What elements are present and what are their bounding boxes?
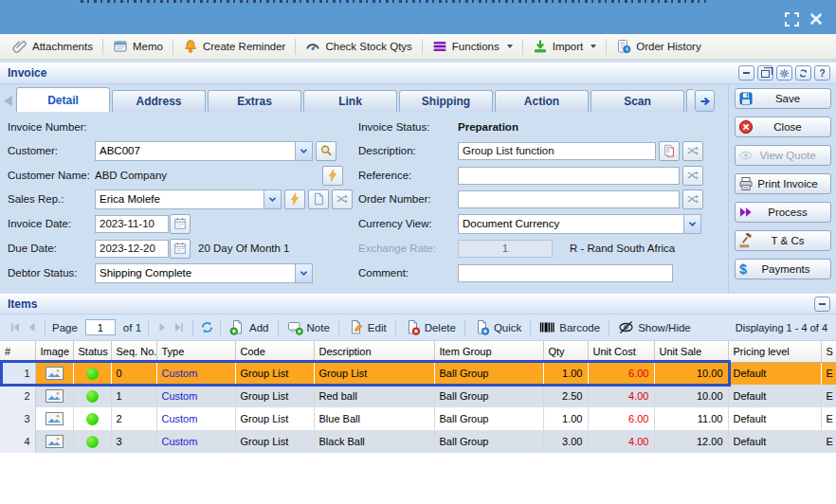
due-date-input[interactable] (95, 240, 169, 258)
cell-image[interactable] (35, 385, 73, 407)
next-page-icon[interactable] (154, 319, 171, 336)
column-header-image[interactable]: Image (35, 341, 73, 362)
reference-input[interactable] (458, 167, 680, 185)
cell-seq_no[interactable]: 0 (111, 362, 156, 385)
help-icon[interactable]: ? (814, 65, 830, 81)
cell-code[interactable]: Group List (235, 407, 314, 430)
print-invoice-button[interactable]: Print Invoice (735, 173, 831, 194)
copy-document-icon[interactable] (659, 141, 680, 161)
items-edit-button[interactable]: Edit (344, 319, 391, 335)
cell-unit_sale[interactable]: 10.00 (654, 362, 728, 385)
items-add-button[interactable]: Add (226, 319, 272, 335)
cell-code[interactable]: Group List (235, 362, 314, 385)
process-button[interactable]: Process (735, 202, 831, 223)
close-button[interactable]: Close (735, 117, 831, 137)
tab-shipping[interactable]: Shipping (399, 90, 493, 112)
debtor-status-input[interactable] (96, 264, 295, 282)
toolbar-button-create-reminder[interactable]: Create Reminder (176, 37, 293, 56)
collapse-icon[interactable] (814, 297, 830, 312)
column-header-num[interactable]: # (0, 341, 35, 362)
column-header-description[interactable]: Description (314, 341, 434, 362)
prev-page-icon[interactable] (23, 319, 40, 336)
t-and-cs-button[interactable]: T & Cs (735, 230, 831, 251)
customer-input[interactable] (96, 142, 295, 160)
column-header-status[interactable]: Status (73, 341, 111, 362)
cell-truncated[interactable]: E (821, 407, 836, 430)
cell-truncated[interactable]: E (821, 430, 836, 453)
refresh-icon[interactable] (795, 65, 811, 81)
last-page-icon[interactable] (171, 319, 188, 336)
cell-truncated[interactable]: E (821, 362, 836, 385)
column-header-unit_sale[interactable]: Unit Sale (654, 341, 728, 362)
cell-pricing_level[interactable]: Default (728, 362, 821, 385)
cell-item_group[interactable]: Ball Group (434, 407, 543, 430)
comment-input[interactable] (458, 264, 673, 282)
calendar-icon[interactable] (170, 214, 191, 234)
tab-action[interactable]: Action (495, 90, 589, 112)
first-page-icon[interactable] (6, 319, 23, 336)
partial-tab[interactable] (686, 89, 694, 112)
description-input[interactable] (458, 142, 656, 160)
tab-link[interactable]: Link (303, 90, 397, 112)
chevron-down-icon[interactable] (264, 190, 281, 208)
cell-pricing_level[interactable]: Default (728, 430, 821, 453)
restore-icon[interactable] (757, 65, 773, 81)
items-note-button[interactable]: Note (283, 319, 334, 335)
gear-icon[interactable] (776, 65, 792, 81)
cell-pricing_level[interactable]: Default (728, 407, 821, 430)
cell-seq_no[interactable]: 2 (111, 407, 156, 430)
description-shuffle-button[interactable] (682, 141, 703, 161)
column-header-pricing_level[interactable]: Pricing level (728, 341, 821, 362)
customer-lightning-button[interactable] (322, 166, 343, 186)
cell-num[interactable]: 3 (0, 407, 35, 430)
column-header-qty[interactable]: Qty (543, 341, 588, 362)
toolbar-button-check-stock-qtys[interactable]: Check Stock Qtys (299, 37, 418, 56)
toolbar-button-attachments[interactable]: Attachments (6, 37, 100, 56)
payments-button[interactable]: $Payments (735, 259, 831, 279)
tab-scroll-left-icon[interactable] (0, 89, 16, 112)
cell-pricing_level[interactable]: Default (728, 385, 821, 407)
currency-view-input[interactable] (459, 215, 683, 233)
items-show-hide-button[interactable]: Show/Hide (614, 319, 695, 335)
cell-truncated[interactable]: E (821, 385, 836, 407)
sales-rep-shuffle-button[interactable] (332, 189, 353, 209)
cell-code[interactable]: Group List (235, 385, 314, 407)
cell-unit_cost[interactable]: 4.00 (588, 430, 654, 453)
cell-status[interactable] (73, 407, 111, 430)
table-row[interactable]: 21CustomGroup ListRed ballBall Group2.50… (0, 385, 836, 407)
cell-unit_cost[interactable]: 6.00 (588, 362, 654, 385)
cell-qty[interactable]: 1.00 (543, 362, 588, 385)
cell-type[interactable]: Custom (156, 407, 235, 430)
cell-status[interactable] (73, 385, 111, 407)
cell-num[interactable]: 2 (0, 385, 35, 407)
cell-status[interactable] (73, 430, 111, 453)
cell-qty[interactable]: 2.50 (543, 385, 588, 407)
cell-type[interactable]: Custom (156, 362, 235, 385)
toolbar-button-memo[interactable]: Memo (106, 37, 170, 56)
cell-num[interactable]: 1 (0, 362, 35, 385)
close-icon[interactable] (809, 11, 824, 27)
column-header-seq_no[interactable]: Seq. No. (111, 341, 156, 362)
tab-extras[interactable]: Extras (208, 90, 301, 112)
cell-image[interactable] (35, 362, 73, 385)
cell-image[interactable] (35, 407, 73, 430)
sales-rep-input[interactable] (96, 190, 264, 208)
toolbar-button-import[interactable]: Import (526, 37, 604, 56)
cell-item_group[interactable]: Ball Group (434, 362, 543, 385)
column-header-item_group[interactable]: Item Group (434, 341, 543, 362)
order-number-input[interactable] (458, 190, 680, 208)
toolbar-button-functions[interactable]: Functions (426, 37, 519, 56)
items-delete-button[interactable]: Delete (401, 319, 460, 335)
column-header-truncated[interactable]: S (821, 341, 836, 362)
cell-qty[interactable]: 3.00 (543, 430, 588, 453)
cell-unit_cost[interactable]: 6.00 (588, 407, 654, 430)
cell-status[interactable] (73, 362, 111, 385)
cell-qty[interactable]: 1.00 (543, 407, 588, 430)
cell-description[interactable]: Black Ball (314, 430, 434, 453)
save-button[interactable]: Save (735, 88, 831, 109)
refresh-icon[interactable] (198, 319, 215, 336)
tab-detail[interactable]: Detail (16, 87, 110, 112)
minimize-icon[interactable] (738, 65, 754, 81)
table-row[interactable]: 32CustomGroup ListBlue BallBall Group1.0… (0, 407, 836, 430)
sales-rep-document-button[interactable] (308, 189, 329, 209)
